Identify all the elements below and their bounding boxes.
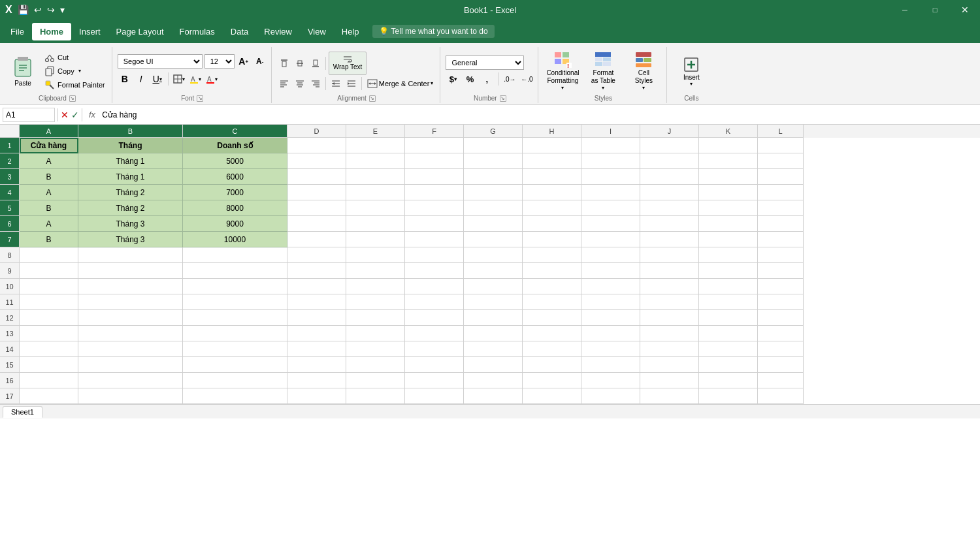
- grid-cell[interactable]: [405, 388, 464, 404]
- grid-cell[interactable]: [581, 310, 640, 326]
- grid-cell[interactable]: [78, 263, 183, 279]
- grid-cell[interactable]: [464, 388, 523, 404]
- grid-cell[interactable]: [78, 388, 183, 404]
- cell-styles-button[interactable]: Cell Styles ▾: [625, 48, 662, 93]
- grid-cell[interactable]: [581, 232, 640, 247]
- grid-cell[interactable]: [523, 373, 581, 388]
- row-num-3[interactable]: 3: [0, 169, 20, 185]
- grid-cell[interactable]: [78, 294, 183, 310]
- col-header-i[interactable]: I: [581, 125, 640, 138]
- grid-cell[interactable]: [758, 216, 804, 232]
- grid-cell[interactable]: [758, 200, 804, 216]
- grid-cell[interactable]: [20, 279, 78, 294]
- grid-cell[interactable]: [581, 185, 640, 200]
- grid-cell[interactable]: [287, 138, 346, 153]
- grid-cell[interactable]: 5000: [183, 153, 287, 169]
- row-num-2[interactable]: 2: [0, 153, 20, 169]
- grid-cell[interactable]: [699, 294, 758, 310]
- italic-button[interactable]: I: [134, 72, 148, 86]
- col-header-h[interactable]: H: [523, 125, 581, 138]
- grid-cell[interactable]: [464, 153, 523, 169]
- grid-cell[interactable]: [464, 279, 523, 294]
- grid-cell[interactable]: [523, 185, 581, 200]
- grid-cell[interactable]: [346, 169, 405, 185]
- grid-cell[interactable]: [20, 357, 78, 373]
- font-size-select[interactable]: 12: [204, 54, 235, 69]
- grid-cell[interactable]: [464, 310, 523, 326]
- redo-icon[interactable]: ↪: [47, 5, 55, 15]
- grid-cell[interactable]: [78, 373, 183, 388]
- grid-cell[interactable]: [405, 373, 464, 388]
- grid-cell[interactable]: [464, 326, 523, 341]
- grid-cell[interactable]: [464, 341, 523, 357]
- grid-cell[interactable]: [346, 247, 405, 263]
- currency-button[interactable]: $▾: [446, 72, 460, 86]
- grid-cell[interactable]: [183, 263, 287, 279]
- grid-cell[interactable]: [523, 200, 581, 216]
- grid-cell[interactable]: [581, 169, 640, 185]
- col-header-j[interactable]: J: [640, 125, 699, 138]
- grid-cell[interactable]: [640, 373, 699, 388]
- grid-cell[interactable]: [78, 326, 183, 341]
- grid-cell[interactable]: [758, 310, 804, 326]
- paste-button[interactable]: Paste: [7, 53, 39, 89]
- format-painter-button[interactable]: Format Painter: [42, 78, 108, 91]
- grid-cell[interactable]: [405, 169, 464, 185]
- grid-cell[interactable]: [183, 326, 287, 341]
- grid-cell[interactable]: [581, 326, 640, 341]
- grid-cell[interactable]: [523, 310, 581, 326]
- grid-cell[interactable]: [20, 326, 78, 341]
- grid-cell[interactable]: [699, 200, 758, 216]
- col-header-g[interactable]: G: [464, 125, 523, 138]
- grid-cell[interactable]: [523, 326, 581, 341]
- grid-cell[interactable]: [758, 232, 804, 247]
- grid-cell[interactable]: Tháng 2: [78, 185, 183, 200]
- grid-cell[interactable]: [287, 357, 346, 373]
- grid-cell[interactable]: [699, 216, 758, 232]
- grid-cell[interactable]: [523, 138, 581, 153]
- menu-page-layout[interactable]: Page Layout: [108, 23, 172, 40]
- grid-cell[interactable]: [20, 263, 78, 279]
- grid-cell[interactable]: [346, 153, 405, 169]
- grid-cell[interactable]: [287, 185, 346, 200]
- grid-cell[interactable]: [405, 138, 464, 153]
- grid-cell[interactable]: [287, 310, 346, 326]
- bold-button[interactable]: B: [118, 72, 132, 86]
- grid-cell[interactable]: [699, 138, 758, 153]
- grid-cell[interactable]: [287, 263, 346, 279]
- grid-cell[interactable]: [464, 216, 523, 232]
- grid-cell[interactable]: [758, 373, 804, 388]
- grid-cell[interactable]: [464, 373, 523, 388]
- grid-cell[interactable]: [183, 294, 287, 310]
- grid-cell[interactable]: [581, 357, 640, 373]
- grid-cell[interactable]: [346, 232, 405, 247]
- grid-cell[interactable]: [581, 247, 640, 263]
- clipboard-expand-button[interactable]: ↘: [69, 95, 76, 102]
- grid-cell[interactable]: Tháng 3: [78, 232, 183, 247]
- grid-cell[interactable]: Tháng 3: [78, 216, 183, 232]
- decrease-indent-button[interactable]: [329, 76, 343, 91]
- align-top-button[interactable]: [277, 56, 291, 71]
- merge-dropdown-icon[interactable]: ▾: [431, 80, 433, 86]
- maximize-button[interactable]: □: [920, 0, 950, 20]
- font-color-button[interactable]: A ▾: [204, 72, 219, 86]
- grid-cell[interactable]: [78, 357, 183, 373]
- col-header-a[interactable]: A: [20, 125, 78, 138]
- grid-cell[interactable]: [581, 388, 640, 404]
- grid-cell[interactable]: [405, 357, 464, 373]
- grid-cell[interactable]: [287, 232, 346, 247]
- grid-cell[interactable]: [405, 310, 464, 326]
- menu-view[interactable]: View: [300, 23, 334, 40]
- grid-cell[interactable]: [346, 341, 405, 357]
- grid-cell[interactable]: [699, 326, 758, 341]
- grid-cell[interactable]: [699, 341, 758, 357]
- grid-cell[interactable]: [405, 294, 464, 310]
- confirm-formula-icon[interactable]: ✓: [71, 110, 79, 120]
- grid-cell[interactable]: [640, 279, 699, 294]
- grid-cell[interactable]: [464, 138, 523, 153]
- grid-cell[interactable]: [523, 294, 581, 310]
- menu-file[interactable]: File: [3, 23, 32, 40]
- grid-cell[interactable]: [464, 294, 523, 310]
- grid-cell[interactable]: 9000: [183, 216, 287, 232]
- grid-cell[interactable]: [287, 216, 346, 232]
